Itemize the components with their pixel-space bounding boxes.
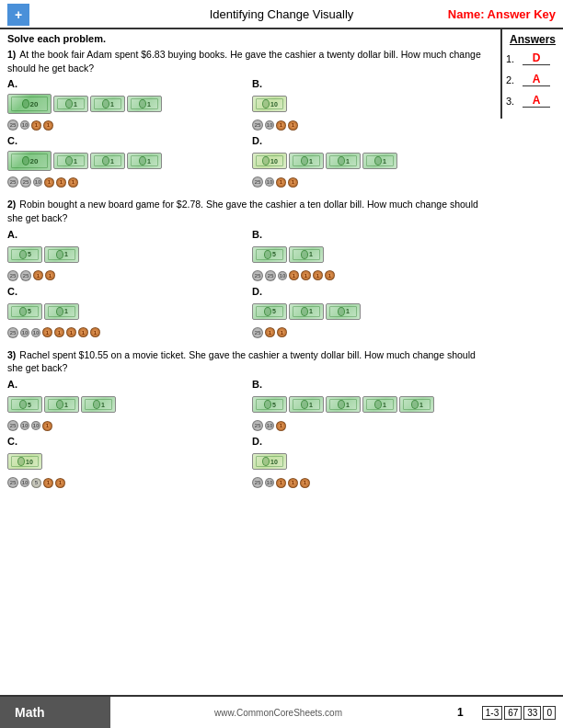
p2-coins-d: 25 1 1 <box>252 326 491 339</box>
problem-1: 1)At the book fair Adam spent $6.83 buyi… <box>7 48 491 188</box>
answer-item-3: 3. A <box>506 94 559 108</box>
coin-quarter: 25 <box>252 270 263 281</box>
stat-range: 1-3 <box>482 706 502 720</box>
coin-quarter: 25 <box>265 270 276 281</box>
answer-item-1: 1. D <box>506 51 559 65</box>
problem-1-text: 1)At the book fair Adam spent $6.83 buyi… <box>7 48 491 74</box>
p3-label-d: D. <box>252 436 491 447</box>
coin-penny: 1 <box>276 120 286 131</box>
bill-1: 1 <box>81 396 116 413</box>
coin-penny: 1 <box>90 327 100 337</box>
p3-label-a: A. <box>7 379 247 390</box>
coin-quarter: 25 <box>252 119 263 131</box>
p3-coins-b: 25 10 1 <box>252 419 491 432</box>
p1-money-a: 20 1 1 1 25 10 1 1 <box>7 91 247 131</box>
problem-2-num: 2) <box>7 199 16 210</box>
coin-quarter: 25 <box>7 176 18 188</box>
coin-dime: 10 <box>265 177 274 187</box>
bill-1: 1 <box>326 153 361 169</box>
p1-label-a: A. <box>7 78 247 89</box>
bill-1: 1 <box>127 153 162 169</box>
coin-penny: 1 <box>42 327 52 337</box>
bill-1: 1 <box>326 303 361 320</box>
p3-money-a: 5 1 1 25 10 10 1 <box>7 392 247 432</box>
coin-penny: 1 <box>44 177 54 188</box>
coin-quarter: 25 <box>7 119 18 131</box>
header: + Identifying Change Visually Name: Answ… <box>0 0 563 29</box>
coin-dime: 10 <box>20 421 29 430</box>
bill-1: 1 <box>90 153 125 169</box>
problem-2-text: 2)Robin bought a new board game for $2.7… <box>7 198 491 224</box>
coin-penny: 1 <box>42 421 52 431</box>
coin-penny: 1 <box>276 478 286 488</box>
p3-label-c: C. <box>7 436 247 447</box>
bill-5: 5 <box>252 246 287 263</box>
problem-2-options: A. 5 1 25 25 1 1 B. <box>7 229 491 339</box>
p2-money-b: 5 1 25 25 10 1 1 1 1 <box>252 242 491 282</box>
p2-money-c: 5 1 25 10 10 1 1 1 1 1 <box>7 299 247 339</box>
coin-penny: 1 <box>33 270 43 280</box>
p1-bills-b: 10 <box>252 91 491 117</box>
bill-1: 1 <box>289 303 324 320</box>
p2-bills-c: 5 1 <box>7 299 247 324</box>
coin-dime: 10 <box>20 328 29 337</box>
p3-money-c: 10 25 10 5 1 1 <box>7 449 247 489</box>
coin-penny: 1 <box>288 478 298 488</box>
bill-1: 1 <box>362 396 397 413</box>
p2-label-b: B. <box>252 229 491 240</box>
coin-dime: 10 <box>20 120 29 130</box>
bill-5: 5 <box>7 303 42 320</box>
footer-page: 1 <box>446 706 475 719</box>
bill-5: 5 <box>7 396 42 413</box>
bill-10: 10 <box>7 453 42 470</box>
answers-title: Answers <box>506 33 559 46</box>
coin-dime: 10 <box>33 177 42 187</box>
problem-1-options: A. 20 1 1 1 25 10 1 1 <box>7 78 491 188</box>
bill-20: 20 <box>7 94 52 114</box>
answer-value-3: A <box>523 94 550 108</box>
problem-2-option-b: B. 5 1 25 25 10 1 1 1 1 <box>252 229 491 282</box>
bill-1: 1 <box>326 396 361 413</box>
coin-quarter: 25 <box>20 270 31 281</box>
coin-quarter: 25 <box>252 327 263 338</box>
p2-money-a: 5 1 25 25 1 1 <box>7 242 247 282</box>
problem-3-text: 3)Rachel spent $10.55 on a movie ticket.… <box>7 348 491 375</box>
coin-quarter: 25 <box>252 176 263 188</box>
logo-symbol: + <box>15 7 22 22</box>
coin-penny: 1 <box>31 120 41 131</box>
bill-1: 1 <box>399 396 434 413</box>
coin-quarter: 25 <box>252 420 263 431</box>
answer-num-1: 1. <box>506 53 521 64</box>
bill-10: 10 <box>252 153 287 169</box>
stat-2: 33 <box>523 706 541 720</box>
coin-dime: 10 <box>278 271 287 280</box>
answers-sidebar: Answers 1. D 2. A 3. A <box>500 29 563 119</box>
problem-3-option-b: B. 5 1 1 1 1 25 10 1 <box>252 379 491 432</box>
p2-coins-c: 25 10 10 1 1 1 1 1 <box>7 326 247 339</box>
bill-10: 10 <box>252 96 287 112</box>
answer-key-label: Answer Key <box>488 7 556 21</box>
bill-5: 5 <box>252 303 287 320</box>
p2-label-a: A. <box>7 229 247 240</box>
main-content: Solve each problem. 1)At the book fair A… <box>0 29 563 502</box>
coin-dime: 10 <box>265 478 274 487</box>
p1-bills-a: 20 1 1 1 <box>7 91 247 117</box>
p2-bills-a: 5 1 <box>7 242 247 267</box>
coin-dime: 10 <box>31 421 40 430</box>
bill-1: 1 <box>44 303 79 320</box>
p1-label-c: C. <box>7 135 247 146</box>
coin-penny: 1 <box>289 270 299 280</box>
p2-coins-a: 25 25 1 1 <box>7 269 247 282</box>
header-name-area: Name: Answer Key <box>448 7 556 21</box>
coin-nickel: 5 <box>31 478 41 488</box>
coin-penny: 1 <box>265 327 275 337</box>
p1-money-d: 10 1 1 1 25 10 1 1 <box>252 148 491 188</box>
coin-penny: 1 <box>56 177 66 188</box>
bill-1: 1 <box>90 96 125 112</box>
coin-penny: 1 <box>288 177 298 188</box>
problem-2-option-a: A. 5 1 25 25 1 1 <box>7 229 247 282</box>
p1-coins-c: 25 25 10 1 1 1 <box>7 176 247 188</box>
coin-quarter: 25 <box>7 327 18 338</box>
coin-penny: 1 <box>54 327 64 337</box>
p1-label-b: B. <box>252 78 491 89</box>
